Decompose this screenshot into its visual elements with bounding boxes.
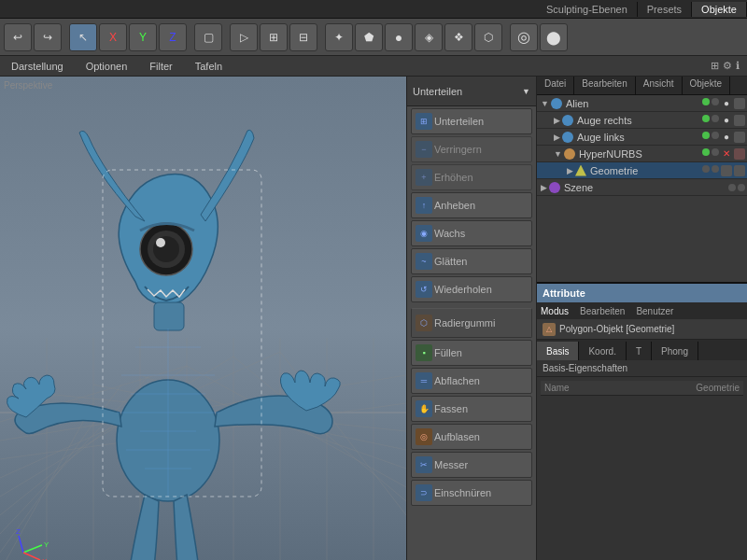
prop-tab-koord[interactable]: Koord.: [579, 342, 626, 360]
tool-fassen[interactable]: ✋ Fassen: [411, 396, 532, 422]
toolbar: ↩ ↪ ↖ X Y Z ▢ ▷ ⊞ ⊟ ✦ ⬟ ● ◈ ❖ ⬡ ◎ ⬤: [0, 19, 747, 56]
auge-links-ctrl-1[interactable]: [702, 132, 710, 139]
right-menu-datei[interactable]: Datei: [537, 77, 574, 94]
collapse-icon: ▼: [522, 87, 530, 96]
right-panel: Datei Bearbeiten Ansicht Objekte ▼ Alien…: [537, 77, 747, 560]
alien-ctrl-1[interactable]: [702, 98, 710, 105]
tool-erhohen[interactable]: + Erhöhen: [411, 164, 532, 190]
hypernurbs-ctrl-3[interactable]: [734, 148, 745, 160]
viewport-3d[interactable]: Y Z X Perspektive: [0, 77, 406, 560]
alien-ctrl-3[interactable]: [734, 98, 745, 109]
tool-verringern[interactable]: − Verringern: [411, 136, 532, 162]
prop-tab-basis[interactable]: Basis: [537, 342, 579, 360]
alien-controls: ●: [702, 98, 745, 109]
szene-ctrl-2[interactable]: [738, 184, 745, 191]
auge-links-ctrl-2[interactable]: [712, 132, 719, 139]
scene-item-alien[interactable]: ▼ Alien ●: [537, 95, 747, 112]
menu-optionen[interactable]: Optionen: [82, 59, 132, 74]
scene-item-auge-links[interactable]: ▶ Auge links ●: [537, 129, 747, 146]
geometrie-ctrl-3[interactable]: [721, 165, 732, 176]
tool-panel-title: Unterteilen: [413, 86, 462, 97]
attr-tab-benutzer[interactable]: Benutzer: [636, 306, 673, 316]
prop-tab-t[interactable]: T: [627, 342, 652, 360]
svg-point-30: [156, 238, 165, 247]
scene-item-geometrie[interactable]: ▶ Geometrie: [537, 162, 747, 179]
material-button[interactable]: ◎: [510, 23, 538, 51]
tag-button[interactable]: ⬤: [540, 23, 568, 51]
hypernurbs-ctrl-2[interactable]: [712, 148, 719, 156]
geometrie-ctrl-1[interactable]: [702, 165, 710, 173]
menu-darstellung[interactable]: Darstellung: [7, 59, 67, 74]
tool-messer[interactable]: ✂ Messer: [411, 452, 532, 478]
info-icon[interactable]: ℹ: [736, 60, 740, 72]
settings-icon[interactable]: ⚙: [723, 60, 732, 72]
auge-rechts-ctrl-3[interactable]: [734, 115, 745, 126]
right-menu-ansicht[interactable]: Ansicht: [636, 77, 683, 94]
auge-rechts-icon: [562, 115, 573, 126]
scene-item-hypernurbs[interactable]: ▼ HyperNURBS ✕: [537, 146, 747, 162]
auge-rechts-ctrl-2[interactable]: [712, 115, 719, 122]
basis-eigenschaften-title: Basis-Eigenschaften: [537, 360, 747, 377]
auge-links-ctrl-3[interactable]: [734, 132, 745, 143]
property-tabs: Basis Koord. T Phong: [537, 340, 747, 360]
tab-objekte[interactable]: Objekte: [692, 2, 747, 17]
prop-tab-phong[interactable]: Phong: [652, 342, 698, 360]
sphere-button[interactable]: ●: [385, 23, 413, 51]
light-button[interactable]: ✦: [325, 23, 353, 51]
tab-presets[interactable]: Presets: [638, 2, 692, 17]
auge-links-menu[interactable]: ●: [721, 132, 732, 143]
geometrie-ctrl-2[interactable]: [712, 165, 719, 173]
deform-button[interactable]: ◈: [415, 23, 443, 51]
tool-fullen[interactable]: ▪ Füllen: [411, 340, 532, 366]
film-button[interactable]: ⊞: [260, 23, 288, 51]
tool-einschnuren[interactable]: ⊃ Einschnüren: [411, 480, 532, 506]
szene-icon: [549, 182, 560, 193]
play-button[interactable]: ▷: [230, 23, 258, 51]
cube-button[interactable]: ▢: [194, 23, 222, 51]
poly-button[interactable]: ⬟: [355, 23, 383, 51]
menu-tafeln[interactable]: Tafeln: [191, 59, 226, 74]
tool-unterteilen[interactable]: ⊞ Unterteilen: [411, 108, 532, 134]
select-button[interactable]: ↖: [69, 23, 97, 51]
menu-filter[interactable]: Filter: [146, 59, 176, 74]
szene-ctrl-1[interactable]: [728, 184, 736, 191]
z-axis-button[interactable]: Z: [159, 23, 187, 51]
camera-button[interactable]: ⊟: [289, 23, 317, 51]
verringern-icon: −: [416, 141, 432, 158]
expand-arrow-szene: ▶: [541, 183, 547, 192]
attr-tab-modus[interactable]: Modus: [541, 306, 569, 316]
tool-wachs[interactable]: ◉ Wachs: [411, 220, 532, 246]
tool-panel-header[interactable]: Unterteilen ▼: [407, 77, 536, 106]
attr-tab-bearbeiten[interactable]: Bearbeiten: [580, 306, 625, 316]
auge-rechts-ctrl-1[interactable]: [702, 115, 710, 122]
tool-abflachen[interactable]: ═ Abflachen: [411, 368, 532, 394]
hypernurbs-ctrl-1[interactable]: [702, 148, 710, 156]
svg-rect-0: [0, 77, 406, 560]
x-axis-button[interactable]: X: [99, 23, 127, 51]
tab-sculpting-ebenen[interactable]: Sculpting-Ebenen: [537, 2, 638, 17]
right-menu-objekte[interactable]: Objekte: [683, 77, 730, 94]
layout-icon[interactable]: ⊞: [711, 60, 719, 72]
right-menu-bearbeiten[interactable]: Bearbeiten: [574, 77, 635, 94]
y-axis-button[interactable]: Y: [129, 23, 157, 51]
nurbs-button[interactable]: ⬡: [474, 23, 502, 51]
spline-button[interactable]: ❖: [444, 23, 472, 51]
messer-icon: ✂: [416, 456, 432, 473]
attribute-subtabs: Modus Bearbeiten Benutzer: [537, 302, 747, 319]
tool-wiederholen[interactable]: ↺ Wiederholen: [411, 276, 532, 302]
scene-item-szene[interactable]: ▶ Szene: [537, 179, 747, 196]
svg-text:Z: Z: [16, 527, 21, 536]
alien-ctrl-2[interactable]: [712, 98, 719, 105]
redo-button[interactable]: ↪: [34, 23, 62, 51]
hypernurbs-delete[interactable]: ✕: [721, 148, 732, 160]
viewport-label: Perspektive: [4, 80, 52, 91]
geometrie-ctrl-4[interactable]: [734, 165, 745, 176]
undo-button[interactable]: ↩: [4, 23, 32, 51]
auge-rechts-menu[interactable]: ●: [721, 115, 732, 126]
tool-radiergummi[interactable]: ⬡ Radiergummi: [411, 308, 532, 338]
scene-item-auge-rechts[interactable]: ▶ Auge rechts ●: [537, 112, 747, 129]
tool-aufblasen[interactable]: ◎ Aufblasen: [411, 424, 532, 450]
tool-glatten[interactable]: ~ Glätten: [411, 248, 532, 274]
tool-anheben[interactable]: ↑ Anheben: [411, 192, 532, 218]
alien-menu[interactable]: ●: [721, 98, 732, 109]
